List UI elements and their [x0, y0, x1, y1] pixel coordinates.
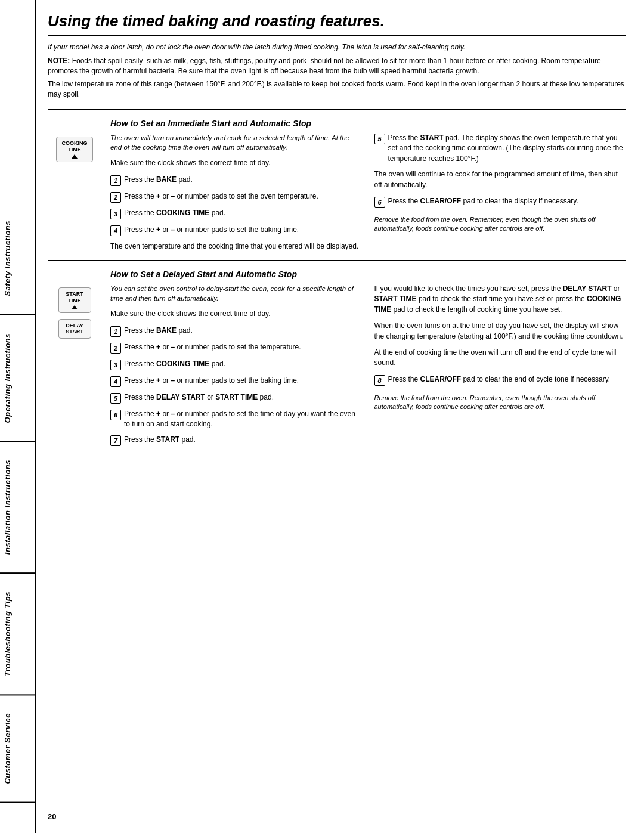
s2-step-text-6: Press the + or – or number pads to set t…	[124, 409, 363, 430]
section1-remove-note: Remove the food from the oven. Remember,…	[374, 215, 627, 234]
sidebar: Safety Instructions Operating Instructio…	[0, 0, 36, 833]
section2-step-7: 7 Press the START pad.	[110, 435, 363, 446]
s2-step-text-1: Press the BAKE pad.	[124, 326, 363, 336]
section2-icon-col: STARTTIME DELAYSTART	[48, 270, 101, 448]
step-text-6: Press the CLEAR/OFF pad to clear the dis…	[388, 196, 627, 206]
section1-clock-text: Make sure the clock shows the correct ti…	[110, 158, 363, 168]
section1-italic-intro: The oven will turn on immediately and co…	[110, 133, 363, 152]
step-num-1: 1	[110, 175, 121, 186]
s2-step-num-5: 5	[110, 393, 121, 404]
arrow-up-icon-2	[72, 305, 78, 309]
section2-clock-text: Make sure the clock shows the correct ti…	[110, 309, 363, 319]
section-delayed-start: STARTTIME DELAYSTART How to Set a Delaye…	[48, 260, 626, 454]
s2-step-text-3: Press the COOKING TIME pad.	[124, 359, 363, 369]
s2-step-num-6: 6	[110, 410, 121, 420]
intro-low-temp: The low temperature zone of this range (…	[48, 79, 626, 100]
start-time-icon: STARTTIME	[58, 287, 91, 313]
step-num-5: 5	[374, 134, 385, 144]
note-label: NOTE:	[48, 57, 70, 65]
s2-step-text-4: Press the + or – or number pads to set t…	[124, 376, 363, 386]
step-text-3: Press the COOKING TIME pad.	[124, 208, 363, 218]
step-num-6: 6	[374, 197, 385, 208]
step-num-4: 4	[110, 225, 121, 236]
section1-step-1: 1 Press the BAKE pad.	[110, 175, 363, 186]
section1-continue-text: The oven will continue to cook for the p…	[374, 169, 627, 190]
section1-display-text: The oven temperature and the cooking tim…	[110, 241, 363, 252]
delay-start-icon: DELAYSTART	[58, 319, 91, 339]
s2-step-num-1: 1	[110, 326, 121, 337]
section2-left: You can set the oven control to delay-st…	[110, 284, 363, 448]
step-num-2: 2	[110, 192, 121, 203]
s2-step-num-4: 4	[110, 376, 121, 387]
s2-step-num-2: 2	[110, 343, 121, 354]
sidebar-labels: Safety Instructions Operating Instructio…	[0, 0, 35, 821]
section2-endcooking-text: At the end of cooking time the oven will…	[374, 348, 627, 368]
s2-step-text-2: Press the + or – or number pads to set t…	[124, 342, 363, 352]
sidebar-label-installation: Installation Instructions	[0, 442, 35, 574]
sections: COOKINGTIME How to Set an Immediate Star…	[48, 109, 626, 454]
s2-step-text-7: Press the START pad.	[124, 435, 363, 445]
section2-step-5: 5 Press the DELAY START or START TIME pa…	[110, 392, 363, 404]
step-text-2: Press the + or – or number pads to set t…	[124, 191, 363, 202]
section1-step-5: 5 Press the START pad. The display shows…	[374, 133, 627, 164]
section2-step-1: 1 Press the BAKE pad.	[110, 326, 363, 337]
section2-step-6: 6 Press the + or – or number pads to set…	[110, 409, 363, 430]
section2-step-4: 4 Press the + or – or number pads to set…	[110, 376, 363, 387]
step-text-4: Press the + or – or number pads to set t…	[124, 225, 363, 235]
arrow-up-icon	[72, 154, 78, 159]
section1-left: The oven will turn on immediately and co…	[110, 133, 363, 254]
section1-step-4: 4 Press the + or – or number pads to set…	[110, 225, 363, 236]
section1-title: How to Set an Immediate Start and Automa…	[110, 119, 626, 128]
s2-step-num-3: 3	[110, 360, 121, 370]
section2-remove-note: Remove the food from the oven. Remember,…	[374, 394, 627, 412]
s2-step-text-5: Press the DELAY START or START TIME pad.	[124, 392, 363, 402]
section1-step-3: 3 Press the COOKING TIME pad.	[110, 208, 363, 219]
step-text-5: Press the START pad. The display shows t…	[388, 133, 627, 164]
s2-step-text-8: Press the CLEAR/OFF pad to clear the end…	[388, 374, 627, 385]
page-title: Using the timed baking and roasting feat…	[48, 12, 626, 36]
section2-title: How to Set a Delayed Start and Automatic…	[110, 270, 626, 279]
intro-note: NOTE: Foods that spoil easily–such as mi…	[48, 56, 626, 76]
section-immediate-start: COOKINGTIME How to Set an Immediate Star…	[48, 109, 626, 260]
step-num-3: 3	[110, 209, 121, 219]
section2-content: How to Set a Delayed Start and Automatic…	[110, 270, 626, 448]
section2-step-2: 2 Press the + or – or number pads to set…	[110, 342, 363, 354]
page-number: 20	[48, 803, 626, 821]
section1-body: The oven will turn on immediately and co…	[110, 133, 626, 254]
intro-latch: If your model has a door latch, do not l…	[48, 42, 626, 52]
section1-right: 5 Press the START pad. The display shows…	[374, 133, 627, 254]
step-text-1: Press the BAKE pad.	[124, 175, 363, 185]
section2-turnon-text: When the oven turns on at the time of da…	[374, 321, 627, 342]
sidebar-label-operating: Operating Instructions	[0, 315, 35, 442]
sidebar-label-safety: Safety Instructions	[0, 203, 35, 315]
section2-right: If you would like to check the times you…	[374, 284, 627, 448]
main-content: Using the timed baking and roasting feat…	[36, 0, 644, 833]
s2-step-num-8: 8	[374, 375, 385, 386]
section2-step-8: 8 Press the CLEAR/OFF pad to clear the e…	[374, 374, 627, 386]
section1-step-2: 2 Press the + or – or number pads to set…	[110, 191, 363, 203]
section2-step-3: 3 Press the COOKING TIME pad.	[110, 359, 363, 370]
section1-icon-col: COOKINGTIME	[48, 119, 101, 254]
cooking-time-icon: COOKINGTIME	[56, 137, 92, 162]
section2-body: You can set the oven control to delay-st…	[110, 284, 626, 448]
sidebar-label-customer: Customer Service	[0, 695, 35, 803]
section1-content: How to Set an Immediate Start and Automa…	[110, 119, 626, 254]
section1-step-6: 6 Press the CLEAR/OFF pad to clear the d…	[374, 196, 627, 208]
section2-check-text: If you would like to check the times you…	[374, 284, 627, 315]
s2-step-num-7: 7	[110, 435, 121, 446]
note-text: Foods that spoil easily–such as milk, eg…	[48, 57, 601, 75]
sidebar-label-troubleshooting: Troubleshooting Tips	[0, 574, 35, 695]
section2-italic-intro: You can set the oven control to delay-st…	[110, 284, 363, 303]
